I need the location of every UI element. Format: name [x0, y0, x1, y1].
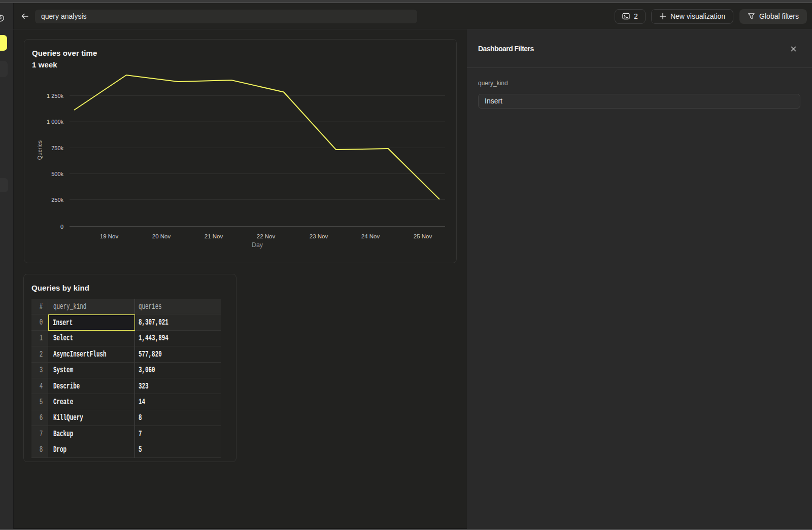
- svg-text:24 Nov: 24 Nov: [361, 233, 380, 239]
- svg-text:22 Nov: 22 Nov: [257, 233, 276, 239]
- svg-text:1 000k: 1 000k: [47, 119, 64, 125]
- svg-text:23 Nov: 23 Nov: [310, 233, 328, 239]
- svg-text:20 Nov: 20 Nov: [152, 233, 171, 239]
- svg-text:1 250k: 1 250k: [47, 93, 64, 99]
- svg-text:250k: 250k: [51, 197, 63, 203]
- svg-text:750k: 750k: [51, 145, 63, 151]
- svg-text:25 Nov: 25 Nov: [414, 233, 432, 239]
- svg-text:21 Nov: 21 Nov: [205, 233, 223, 239]
- svg-text:0: 0: [60, 224, 63, 230]
- svg-text:Day: Day: [252, 241, 263, 249]
- svg-text:Queries: Queries: [37, 140, 43, 160]
- svg-text:500k: 500k: [51, 171, 63, 177]
- svg-text:19 Nov: 19 Nov: [100, 233, 119, 239]
